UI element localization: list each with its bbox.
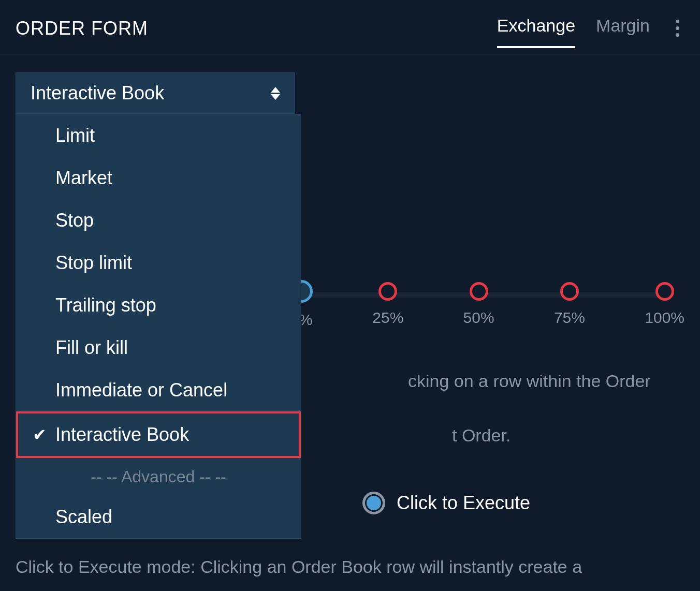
radio-checked-icon	[367, 496, 381, 510]
slider-stop-25[interactable]: 25%	[372, 282, 403, 329]
content: Interactive Book Limit Market Stop Stop …	[0, 54, 700, 132]
tabs: Exchange Margin	[497, 10, 684, 46]
desc-line-2: t Order.	[452, 425, 511, 445]
dropdown-item-scaled[interactable]: Scaled	[16, 496, 301, 538]
tab-margin[interactable]: Margin	[596, 10, 650, 46]
slider-label: 25%	[372, 309, 403, 327]
panel-title: ORDER FORM	[16, 18, 148, 39]
click-to-execute-radio[interactable]: Click to Execute	[362, 492, 530, 514]
slider-dot-icon	[560, 282, 579, 301]
order-type-dropdown: Limit Market Stop Stop limit Trailing st…	[16, 114, 301, 539]
percent-slider[interactable]: 0% 25% 50% 75% 100%	[290, 282, 684, 329]
caret-sort-icon	[271, 87, 280, 100]
order-type-select[interactable]: Interactive Book	[16, 72, 295, 114]
dropdown-item-fill-or-kill[interactable]: Fill or kill	[16, 327, 301, 369]
header: ORDER FORM Exchange Margin	[0, 0, 700, 54]
slider-dot-icon	[378, 282, 397, 301]
dropdown-item-immediate-or-cancel[interactable]: Immediate or Cancel	[16, 369, 301, 411]
radio-label: Click to Execute	[397, 492, 530, 514]
dropdown-item-market[interactable]: Market	[16, 157, 301, 199]
slider-dot-icon	[470, 282, 488, 301]
slider-dot-icon	[655, 282, 674, 301]
slider-label: 50%	[463, 309, 494, 327]
dropdown-item-stop[interactable]: Stop	[16, 199, 301, 242]
dropdown-item-interactive-book[interactable]: ✔ Interactive Book	[16, 411, 301, 458]
dropdown-item-label: Interactive Book	[55, 424, 189, 445]
kebab-menu-icon[interactable]	[670, 14, 684, 42]
slider-stop-75[interactable]: 75%	[554, 282, 585, 329]
mode-description: Click to Execute mode: Clicking an Order…	[16, 554, 684, 580]
check-icon: ✔	[33, 425, 47, 445]
tab-exchange[interactable]: Exchange	[497, 10, 575, 48]
slider-label: 100%	[645, 309, 684, 327]
slider-stop-50[interactable]: 50%	[463, 282, 494, 329]
slider-stop-100[interactable]: 100%	[645, 282, 684, 329]
dropdown-divider: -- -- Advanced -- --	[16, 458, 301, 496]
dropdown-item-trailing-stop[interactable]: Trailing stop	[16, 284, 301, 327]
slider-label: 75%	[554, 309, 585, 327]
radio-icon	[362, 492, 385, 514]
dropdown-item-limit[interactable]: Limit	[16, 114, 301, 157]
order-type-value: Interactive Book	[31, 82, 164, 104]
dropdown-item-stop-limit[interactable]: Stop limit	[16, 242, 301, 284]
